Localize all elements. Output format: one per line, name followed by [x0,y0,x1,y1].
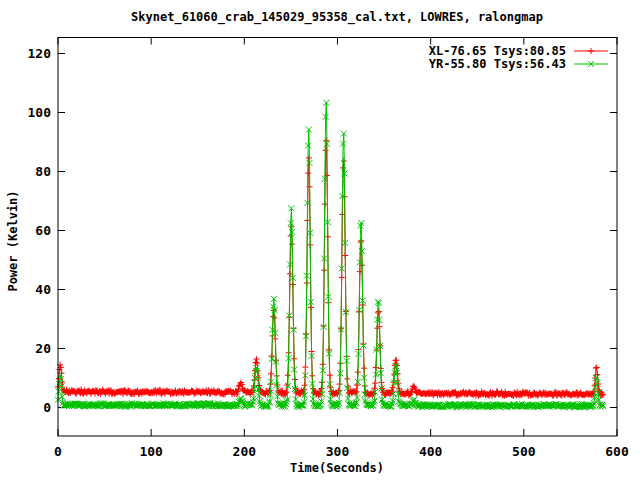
y-tick-label: 80 [35,164,51,179]
y-axis-label: Power (Kelvin) [6,190,20,291]
y-tick-label: 100 [28,105,52,120]
legend-label-xl: XL-76.65 Tsys:80.85 [429,44,566,58]
x-tick-label: 100 [139,444,163,459]
gnuplot-window: Skynet_61060_crab_145029_95358_cal.txt, … [0,0,640,480]
legend-label-yr: YR-55.80 Tsys:56.43 [429,57,566,71]
x-tick-label: 500 [512,444,536,459]
x-tick-label: 600 [605,444,629,459]
chart-title: Skynet_61060_crab_145029_95358_cal.txt, … [131,10,543,25]
y-tick-label: 120 [28,46,52,61]
x-tick-label: 400 [419,444,443,459]
y-tick-label: 60 [35,223,51,238]
y-tick-label: 20 [35,341,51,356]
y-tick-label: 40 [35,282,51,297]
x-tick-label: 200 [233,444,257,459]
x-axis-label: Time(Seconds) [290,461,384,475]
x-tick-label: 300 [326,444,350,459]
y-tick-label: 0 [43,400,51,415]
x-tick-label: 0 [54,444,62,459]
chart: Skynet_61060_crab_145029_95358_cal.txt, … [0,0,640,480]
